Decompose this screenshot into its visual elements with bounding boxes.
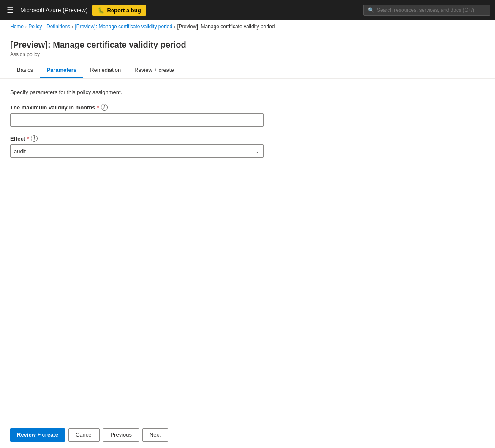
report-bug-button[interactable]: 🐛 Report a bug <box>92 5 146 16</box>
required-star-effect: * <box>27 136 29 142</box>
required-star-max-validity: * <box>97 104 99 111</box>
search-input[interactable] <box>377 7 485 13</box>
main-content: Specify parameters for this policy assig… <box>0 79 495 425</box>
section-description: Specify parameters for this policy assig… <box>10 89 485 95</box>
breadcrumb-current: [Preview]: Manage certificate validity p… <box>177 24 275 30</box>
tabs: Basics Parameters Remediation Review + c… <box>10 62 485 78</box>
footer-bar: Review + create Cancel Previous Next <box>0 421 495 425</box>
max-validity-label: The maximum validity in months * i <box>10 104 485 111</box>
content-wrapper: Specify parameters for this policy assig… <box>0 79 495 425</box>
effect-field-group: Effect * i audit deny disabled ⌄ <box>10 135 485 158</box>
breadcrumb: Home › Policy - Definitions › [Preview]:… <box>0 20 495 33</box>
page-header: [Preview]: Manage certificate validity p… <box>0 33 495 79</box>
tab-remediation[interactable]: Remediation <box>83 62 128 78</box>
effect-select-wrapper: audit deny disabled ⌄ <box>10 144 264 158</box>
hamburger-icon[interactable]: ☰ <box>5 4 15 16</box>
breadcrumb-sep-1: › <box>25 24 27 29</box>
bug-icon: 🐛 <box>98 7 104 14</box>
app-title: Microsoft Azure (Preview) <box>20 7 87 14</box>
tab-basics[interactable]: Basics <box>10 62 40 78</box>
info-icon-max-validity[interactable]: i <box>101 104 108 111</box>
max-validity-input[interactable] <box>10 113 264 127</box>
topbar: ☰ Microsoft Azure (Preview) 🐛 Report a b… <box>0 0 495 20</box>
breadcrumb-home[interactable]: Home <box>10 24 24 30</box>
tab-review-create[interactable]: Review + create <box>128 62 181 78</box>
tab-parameters[interactable]: Parameters <box>40 62 83 78</box>
effect-select[interactable]: audit deny disabled <box>10 144 264 158</box>
effect-label: Effect * i <box>10 135 485 142</box>
breadcrumb-policy-definitions[interactable]: Policy - Definitions <box>28 24 70 30</box>
page-subtitle: Assign policy <box>10 52 485 57</box>
breadcrumb-manage-cert[interactable]: [Preview]: Manage certificate validity p… <box>75 24 172 30</box>
info-icon-effect[interactable]: i <box>31 135 38 142</box>
max-validity-field-group: The maximum validity in months * i <box>10 104 485 127</box>
search-box[interactable]: 🔍 <box>363 5 490 16</box>
breadcrumb-sep-2: › <box>72 24 73 29</box>
page-title: [Preview]: Manage certificate validity p… <box>10 40 485 50</box>
search-icon: 🔍 <box>368 7 374 13</box>
breadcrumb-sep-3: › <box>174 24 175 29</box>
